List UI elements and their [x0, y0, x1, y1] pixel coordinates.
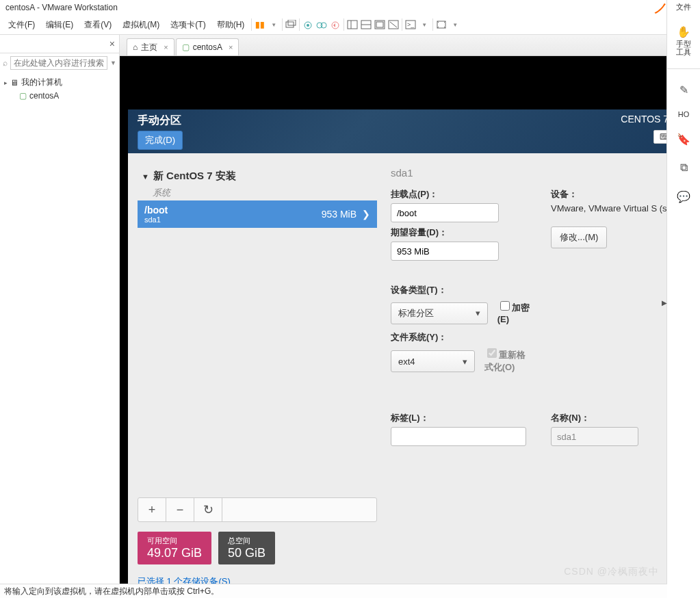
revert-icon[interactable]	[328, 18, 342, 31]
rail-home-label[interactable]: HO	[678, 110, 690, 118]
menu-view[interactable]: 查看(V)	[79, 18, 117, 32]
partition-tree-pane: ▼ 新 CentOS 7 安装 系统 /boot sda1 953 MiB ❯	[138, 167, 377, 588]
name-input	[551, 427, 638, 446]
separator	[402, 18, 402, 31]
installer-body: ▼ 新 CentOS 7 安装 系统 /boot sda1 953 MiB ❯	[128, 153, 700, 595]
reformat-checkbox[interactable]: 重新格式化(O)	[484, 346, 532, 374]
remove-button[interactable]: −	[166, 498, 194, 521]
console-icon[interactable]: >_	[404, 18, 417, 31]
tab-close-icon[interactable]: ×	[164, 43, 168, 51]
available-space-value: 49.07 GiB	[147, 546, 202, 560]
separator	[667, 68, 700, 69]
content: ⌂ 主页 × ▢ centosA × 手动分区 完成(D) CENTOS 7 安…	[120, 35, 700, 598]
tree-empty	[138, 228, 377, 497]
done-button[interactable]: 完成(D)	[138, 131, 183, 150]
expand-rail-icon[interactable]: ▶	[662, 299, 667, 307]
vm-icon: ▢	[182, 42, 190, 52]
tree-header-label: 新 CentOS 7 安装	[153, 170, 236, 183]
status-text: 将输入定向到该虚拟机，请在虚拟机内部单击或按 Ctrl+G。	[4, 586, 219, 597]
category-system: 系统	[138, 185, 377, 200]
installer-header: 手动分区 完成(D) CENTOS 7 安装 ⌨ cn	[128, 109, 700, 153]
chat-icon[interactable]: 💬	[675, 188, 692, 205]
copy-icon[interactable]: ⧉	[675, 159, 692, 176]
search-icon: ⌕	[3, 58, 8, 68]
tree-header[interactable]: ▼ 新 CentOS 7 安装	[138, 167, 377, 185]
separator	[282, 18, 283, 31]
search-input[interactable]	[10, 56, 107, 70]
total-space-value: 50 GiB	[228, 546, 265, 560]
menu-help[interactable]: 帮助(H)	[211, 18, 250, 32]
add-button[interactable]: +	[138, 498, 166, 521]
dropdown-icon[interactable]: ▼	[267, 18, 281, 31]
home-icon: ⌂	[133, 42, 138, 52]
filesystem-value: ext4	[398, 356, 415, 367]
rail-hand-tool[interactable]: ✋ 手型 工具	[675, 23, 692, 56]
layout3-icon[interactable]	[373, 18, 387, 31]
dropdown2-icon[interactable]: ▼	[417, 18, 431, 31]
tree-root[interactable]: ▸ 🖥 我的计算机	[4, 75, 115, 90]
menu-vm[interactable]: 虚拟机(M)	[117, 18, 165, 32]
partition-row-boot[interactable]: /boot sda1 953 MiB ❯	[138, 200, 377, 228]
fullscreen-icon[interactable]	[435, 18, 448, 31]
collapse-icon: ▼	[142, 172, 149, 181]
layout2-icon[interactable]	[359, 18, 373, 31]
partition-size: 953 MiB	[322, 209, 357, 220]
separator	[299, 18, 300, 31]
tab-close-icon[interactable]: ×	[229, 43, 233, 51]
snapshot-manager-icon[interactable]	[315, 18, 328, 31]
close-icon[interactable]: ×	[109, 38, 115, 49]
layout1-icon[interactable]	[346, 18, 359, 31]
separator	[251, 18, 252, 31]
device-type-select[interactable]: 标准分区	[391, 302, 488, 324]
label-input[interactable]	[391, 427, 526, 446]
encrypt-checkbox[interactable]: 加密(E)	[497, 299, 532, 324]
capacity-label: 期望容量(D)：	[391, 226, 530, 239]
modify-button[interactable]: 修改...(M)	[551, 226, 607, 248]
right-toolbar: 文件 ✋ 手型 工具 ✎ HO 🔖 ⧉ 💬	[666, 0, 700, 598]
expand-icon: ▸	[4, 79, 8, 86]
chevron-right-icon: ❯	[362, 209, 370, 220]
reload-button[interactable]: ↻	[194, 498, 222, 521]
separator	[343, 18, 344, 31]
svg-rect-1	[288, 20, 296, 25]
window-titlebar: centosA - VMware Workstation	[0, 0, 700, 15]
pause-icon[interactable]: ▮▮	[253, 18, 267, 31]
menu-file[interactable]: 文件(F)	[3, 18, 40, 32]
tab-vm[interactable]: ▢ centosA ×	[176, 38, 239, 55]
menu-edit[interactable]: 编辑(E)	[40, 18, 79, 32]
hand-icon: ✋	[675, 23, 692, 40]
sidebar-search: ⌕ ▼	[0, 53, 119, 73]
sidebar-header: ×	[0, 35, 119, 53]
rail-hand-label: 手型 工具	[675, 40, 692, 56]
send-keys-icon[interactable]	[284, 18, 298, 31]
main-area: × ⌕ ▼ ▸ 🖥 我的计算机 ▢ centosA ⌂ 主页 ×	[0, 35, 700, 598]
vm-display[interactable]: 手动分区 完成(D) CENTOS 7 安装 ⌨ cn ▼	[120, 56, 700, 598]
menu-tabs[interactable]: 选项卡(T)	[165, 18, 211, 32]
vm-icon: ▢	[19, 91, 27, 101]
tab-home[interactable]: ⌂ 主页 ×	[127, 38, 174, 55]
rail-file-label[interactable]: 文件	[676, 3, 691, 11]
dropdown-icon[interactable]: ▼	[110, 60, 116, 66]
layout4-icon[interactable]	[387, 18, 400, 31]
snapshot-icon[interactable]	[301, 18, 315, 31]
total-space: 总空间 50 GiB	[218, 532, 275, 564]
menubar: 文件(F) 编辑(E) 查看(V) 虚拟机(M) 选项卡(T) 帮助(H) ▮▮…	[0, 15, 700, 35]
available-space: 可用空间 49.07 GiB	[138, 532, 211, 564]
details-title: sda1	[391, 167, 690, 179]
dropdown3-icon[interactable]: ▼	[448, 18, 462, 31]
capacity-input[interactable]	[391, 242, 499, 261]
tree-child[interactable]: ▢ centosA	[4, 90, 115, 102]
separator	[432, 18, 433, 31]
available-space-label: 可用空间	[147, 536, 202, 546]
bookmark-icon[interactable]: 🔖	[675, 131, 692, 147]
reformat-check	[487, 348, 497, 358]
anaconda-installer: 手动分区 完成(D) CENTOS 7 安装 ⌨ cn ▼	[128, 109, 700, 595]
device-type-value: 标准分区	[398, 307, 434, 320]
edit-icon[interactable]: ✎	[675, 81, 692, 98]
tree-child-label: centosA	[29, 91, 59, 101]
mountpoint-input[interactable]	[391, 203, 499, 222]
svg-rect-0	[286, 22, 294, 27]
svg-text:>_: >_	[407, 21, 415, 28]
filesystem-select[interactable]: ext4	[391, 350, 475, 372]
encrypt-check[interactable]	[500, 301, 510, 311]
